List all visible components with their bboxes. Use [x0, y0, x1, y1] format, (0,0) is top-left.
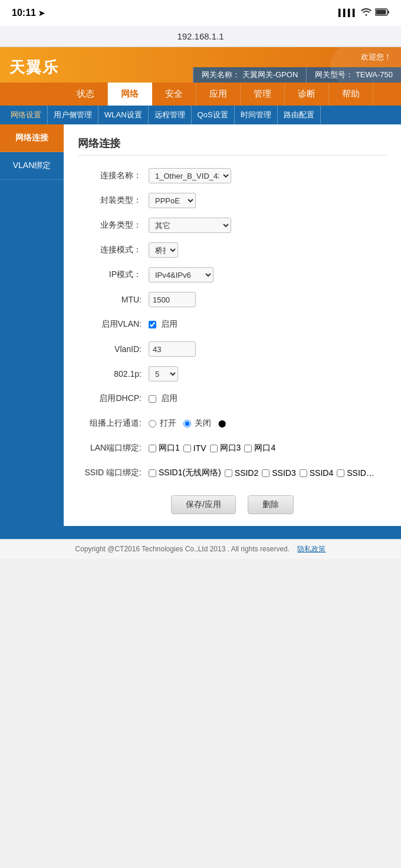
status-bar: 10:11 ➤ ▍▍▍▍ — [0, 0, 401, 26]
subnav-routing[interactable]: 路由配置 — [278, 106, 321, 124]
lan-port-4-checkbox[interactable] — [244, 445, 252, 452]
address-bar[interactable]: 192.168.1.1 — [0, 26, 401, 47]
mtu-input[interactable] — [149, 292, 196, 307]
dot1p-select[interactable]: 5 — [149, 366, 178, 382]
lan-port-3-checkbox[interactable] — [210, 445, 218, 452]
gateway-model: 网关型号： TEWA-750 — [306, 67, 401, 83]
ip-mode-row: IP模式： IPv4&IPv6 — [78, 267, 387, 283]
connection-name-row: 连接名称： 1_Other_B_VID_43 — [78, 167, 387, 184]
enable-dhcp-checkbox-label: 启用 — [161, 393, 178, 404]
service-type-select[interactable]: 其它 — [149, 218, 231, 233]
router-info: 网关名称： 天翼网关-GPON 网关型号： TEWA-750 — [193, 67, 401, 83]
subnav-user-management[interactable]: 用户侧管理 — [48, 106, 98, 124]
enable-dhcp-checkbox[interactable] — [149, 395, 156, 403]
ssid-4-checkbox[interactable] — [300, 469, 307, 477]
vlan-id-input[interactable] — [149, 341, 196, 357]
mtu-value — [149, 292, 196, 307]
multicast-on-label: 打开 — [160, 418, 176, 429]
ssid-3-checkbox[interactable] — [262, 469, 269, 477]
multicast-off-radio[interactable] — [183, 420, 191, 428]
subnav-qos[interactable]: QoS设置 — [192, 106, 235, 124]
lan-port-itv-label: ITV — [193, 443, 206, 453]
brand-logo: 天翼乐 — [0, 52, 68, 83]
enable-vlan-row: 启用VLAN: 启用 — [78, 316, 387, 333]
ssid-5-label: SSID… — [347, 468, 374, 478]
ssid-3-label: SSID3 — [272, 468, 295, 478]
ssid-4: SSID4 — [300, 468, 333, 478]
dot1p-value: 5 — [149, 366, 178, 382]
multicast-label: 组播上行通道: — [78, 418, 149, 429]
lan-binding-value: 网口1 ITV 网口3 网口4 — [149, 443, 278, 453]
lan-port-1-checkbox[interactable] — [149, 445, 156, 452]
time-display: 10:11 — [12, 8, 36, 18]
lan-port-itv: ITV — [183, 443, 206, 453]
main-nav: 状态 网络 安全 应用 管理 诊断 帮助 — [0, 83, 401, 106]
multicast-row: 组播上行通道: 打开 关闭 ⬤ — [78, 415, 387, 432]
nav-diagnostics[interactable]: 诊断 — [285, 83, 329, 106]
subnav-time[interactable]: 时间管理 — [235, 106, 278, 124]
privacy-policy-link[interactable]: 隐私政策 — [297, 545, 326, 553]
sidebar-item-network-connection[interactable]: 网络连接 — [0, 124, 64, 152]
ip-mode-value: IPv4&IPv6 — [149, 267, 213, 282]
copyright-bar: Copyright @CT2016 Technologies Co.,Ltd 2… — [0, 539, 401, 559]
ssid-binding-value: SSID1(无线网络) SSID2 SSID3 SSID4 SSID… — [149, 468, 377, 478]
subnav-wlan[interactable]: WLAN设置 — [98, 106, 149, 124]
ssid-2-checkbox[interactable] — [225, 469, 232, 477]
battery-icon — [375, 8, 389, 18]
save-button[interactable]: 保存/应用 — [171, 495, 236, 514]
nav-admin[interactable]: 管理 — [241, 83, 285, 106]
service-type-value: 其它 — [149, 218, 231, 233]
router-header: 天翼乐 欢迎您！ 网关名称： 天翼网关-GPON 网关型号： TEWA-750 — [0, 47, 401, 83]
connection-mode-select[interactable]: 桥接 — [149, 242, 178, 258]
dot1p-label: 802.1p: — [78, 369, 149, 379]
lan-port-4: 网口4 — [244, 443, 275, 453]
nav-security[interactable]: 安全 — [152, 83, 196, 106]
lan-port-4-label: 网口4 — [254, 443, 275, 453]
main-content: 网络连接 连接名称： 1_Other_B_VID_43 封装类型： PPPoE … — [64, 124, 401, 526]
connection-name-select[interactable]: 1_Other_B_VID_43 — [149, 168, 231, 183]
gateway-name: 网关名称： 天翼网关-GPON — [193, 67, 306, 83]
ssid-5-checkbox[interactable] — [337, 469, 344, 477]
ssid-3: SSID3 — [262, 468, 295, 478]
ip-mode-select[interactable]: IPv4&IPv6 — [149, 267, 213, 282]
lan-port-1-label: 网口1 — [159, 443, 180, 453]
enable-vlan-checkbox[interactable] — [149, 321, 156, 328]
wifi-icon — [361, 8, 372, 18]
service-type-row: 业务类型： 其它 — [78, 217, 387, 234]
enable-vlan-label: 启用VLAN: — [78, 319, 149, 330]
encap-type-label: 封装类型： — [78, 195, 149, 206]
copyright-text: Copyright @CT2016 Technologies Co.,Ltd 2… — [75, 545, 290, 553]
lan-port-3: 网口3 — [210, 443, 241, 453]
nav-help[interactable]: 帮助 — [329, 83, 373, 106]
location-icon: ➤ — [38, 9, 45, 18]
subnav-remote[interactable]: 远程管理 — [149, 106, 192, 124]
lan-binding-row: LAN端口绑定: 网口1 ITV 网口3 网口4 — [78, 440, 387, 456]
ip-mode-label: IP模式： — [78, 269, 149, 280]
connection-name-label: 连接名称： — [78, 170, 149, 181]
welcome-text: 欢迎您！ — [361, 52, 392, 63]
vlan-id-value — [149, 341, 196, 357]
nav-network[interactable]: 网络 — [108, 83, 152, 106]
nav-status[interactable]: 状态 — [64, 83, 108, 106]
dot1p-row: 802.1p: 5 — [78, 366, 387, 382]
ssid-1: SSID1(无线网络) — [149, 468, 221, 478]
encap-type-select[interactable]: PPPoE — [149, 193, 196, 208]
vlan-id-label: VlanID: — [78, 344, 149, 354]
ssid-2: SSID2 — [225, 468, 258, 478]
svg-rect-2 — [388, 11, 389, 14]
multicast-off-indicator: ⬤ — [218, 419, 226, 428]
ssid-1-checkbox[interactable] — [149, 469, 156, 477]
ssid-2-label: SSID2 — [235, 468, 258, 478]
sidebar-item-vlan-binding[interactable]: VLAN绑定 — [0, 152, 64, 180]
subnav-network-settings[interactable]: 网络设置 — [5, 106, 48, 124]
multicast-on-radio[interactable] — [149, 420, 156, 428]
lan-port-itv-checkbox[interactable] — [183, 445, 191, 452]
enable-dhcp-label: 启用DHCP: — [78, 393, 149, 404]
delete-button[interactable]: 删除 — [248, 495, 294, 514]
lan-port-3-label: 网口3 — [220, 443, 241, 453]
empty-space: ⬛ SMYZ.NET — [0, 559, 401, 868]
connection-mode-label: 连接模式： — [78, 245, 149, 255]
page-body: 网络连接 VLAN绑定 网络连接 连接名称： 1_Other_B_VID_43 … — [0, 124, 401, 526]
nav-apps[interactable]: 应用 — [196, 83, 241, 106]
mtu-label: MTU: — [78, 295, 149, 304]
